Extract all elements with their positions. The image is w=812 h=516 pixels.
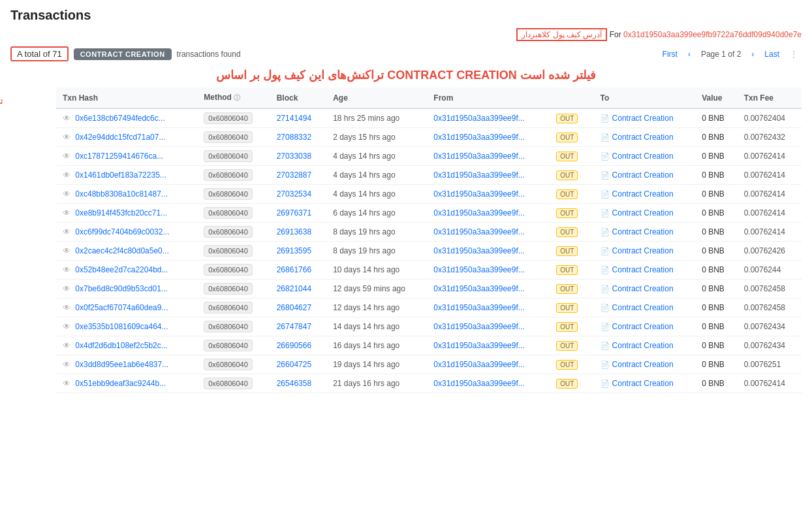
block-link[interactable]: 27088332 (277, 133, 311, 142)
from-address-link[interactable]: 0x31d1950a3aa399ee9f... (433, 208, 524, 218)
total-box: A total of 71 (10, 46, 69, 61)
txn-hash-link[interactable]: 0xc17871259414676ca... (75, 152, 163, 161)
from-address-link[interactable]: 0x31d1950a3aa399ee9f... (433, 170, 524, 180)
contract-icon: 📄 (601, 209, 610, 218)
pagination-last[interactable]: Last (760, 48, 783, 60)
to-contract-link[interactable]: Contract Creation (612, 379, 674, 388)
to-contract-link[interactable]: Contract Creation (612, 133, 674, 142)
from-address-link[interactable]: 0x31d1950a3aa399ee9f... (433, 265, 524, 274)
block-link[interactable]: 26690566 (277, 341, 311, 350)
method-cell: 0x60806040 (197, 242, 270, 261)
method-badge: 0x60806040 (204, 302, 253, 314)
from-address-link[interactable]: 0x31d1950a3aa399ee9f... (433, 189, 524, 199)
from-address-link[interactable]: 0x31d1950a3aa399ee9f... (433, 152, 524, 161)
eye-icon[interactable]: 👁 (63, 341, 70, 350)
block-link[interactable]: 26804627 (277, 303, 311, 312)
eye-icon[interactable]: 👁 (63, 303, 70, 312)
eye-icon[interactable]: 👁 (63, 189, 70, 199)
value-cell: 0 BNB (695, 298, 737, 317)
eye-icon[interactable]: 👁 (63, 246, 70, 255)
direction-cell: OUT (550, 204, 593, 223)
to-contract-link[interactable]: Contract Creation (612, 227, 674, 236)
txn-hash-link[interactable]: 0xc6f99dc7404b69c0032... (75, 227, 169, 236)
block-cell: 26861766 (270, 261, 327, 280)
from-address-link[interactable]: 0x31d1950a3aa399ee9f... (433, 379, 524, 388)
eye-icon[interactable]: 👁 (63, 360, 70, 369)
address-link[interactable]: 0x31d1950a3aa399ee9fb9722a76ddf09d940d0e… (623, 30, 802, 39)
to-contract-link[interactable]: Contract Creation (612, 360, 674, 369)
block-link[interactable]: 27141494 (277, 114, 311, 123)
txn-hash-link[interactable]: 0x42e94ddc15fcd71a07... (75, 133, 165, 142)
eye-icon[interactable]: 👁 (63, 322, 70, 331)
method-cell: 0x60806040 (197, 223, 270, 242)
eye-icon[interactable]: 👁 (63, 379, 70, 388)
eye-icon[interactable]: 👁 (63, 133, 70, 142)
from-address-link[interactable]: 0x31d1950a3aa399ee9f... (433, 360, 524, 369)
method-info-icon[interactable]: ⓘ (234, 94, 240, 101)
txn-hash-link[interactable]: 0x4df2d6db108ef2c5b2c... (75, 341, 167, 350)
txn-hash-link[interactable]: 0x52b48ee2d7ca2204bd... (75, 265, 168, 274)
to-contract-link[interactable]: Contract Creation (612, 246, 674, 255)
eye-icon[interactable]: 👁 (63, 208, 70, 218)
txn-hash-link[interactable]: 0x0f25acf67074a60dea9... (75, 303, 168, 312)
block-link[interactable]: 26976371 (277, 208, 311, 218)
pagination-options-icon[interactable]: ⋮ (786, 48, 802, 60)
block-link[interactable]: 26546358 (277, 379, 311, 388)
eye-icon[interactable]: 👁 (63, 284, 70, 293)
from-cell: 0x31d1950a3aa399ee9f... (427, 242, 550, 261)
eye-icon[interactable]: 👁 (63, 170, 70, 180)
method-cell: 0x60806040 (197, 355, 270, 374)
block-link[interactable]: 26604725 (277, 360, 311, 369)
direction-cell: OUT (550, 261, 593, 280)
to-contract-link[interactable]: Contract Creation (612, 322, 674, 331)
eye-icon[interactable]: 👁 (63, 114, 70, 123)
block-link[interactable]: 26861766 (277, 265, 311, 274)
value-cell: 0 BNB (695, 317, 737, 336)
out-badge: OUT (556, 133, 578, 142)
pagination-prev[interactable]: ‹ (684, 48, 695, 60)
txn-hash-cell: 👁 0x3dd8d95ee1ab6e4837... (56, 355, 197, 374)
eye-icon[interactable]: 👁 (63, 152, 70, 161)
txn-hash-link[interactable]: 0x2caec4c2f4c80d0a5e0... (75, 246, 168, 255)
from-address-link[interactable]: 0x31d1950a3aa399ee9f... (433, 284, 524, 293)
txn-hash-link[interactable]: 0x51ebb9deaf3ac9244b... (75, 379, 166, 388)
to-contract-link[interactable]: Contract Creation (612, 170, 674, 180)
pagination-first[interactable]: First (659, 48, 681, 60)
to-contract-link[interactable]: Contract Creation (612, 114, 674, 123)
col-to: To (594, 88, 696, 108)
from-address-link[interactable]: 0x31d1950a3aa399ee9f... (433, 303, 524, 312)
to-contract-link[interactable]: Contract Creation (612, 265, 674, 274)
filter-badge[interactable]: CONTRACT CREATION (74, 48, 172, 60)
from-address-link[interactable]: 0x31d1950a3aa399ee9f... (433, 227, 524, 236)
block-link[interactable]: 27032887 (277, 170, 311, 180)
from-address-link[interactable]: 0x31d1950a3aa399ee9f... (433, 114, 524, 123)
eye-icon[interactable]: 👁 (63, 265, 70, 274)
block-link[interactable]: 26747847 (277, 322, 311, 331)
block-link[interactable]: 26913595 (277, 246, 311, 255)
block-link[interactable]: 27033038 (277, 152, 311, 161)
to-contract-link[interactable]: Contract Creation (612, 152, 674, 161)
txn-hash-link[interactable]: 0x3dd8d95ee1ab6e4837... (75, 360, 168, 369)
eye-icon[interactable]: 👁 (63, 227, 70, 236)
to-contract-link[interactable]: Contract Creation (612, 208, 674, 218)
block-cell: 27032534 (270, 185, 327, 204)
to-contract-link[interactable]: Contract Creation (612, 189, 674, 199)
txn-hash-link[interactable]: 0xe8b914f453fcb20cc71... (75, 208, 167, 218)
from-address-link[interactable]: 0x31d1950a3aa399ee9f... (433, 341, 524, 350)
txn-hash-link[interactable]: 0x1461db0ef183a72235... (75, 170, 166, 180)
pagination-next[interactable]: › (747, 48, 758, 60)
txn-hash-link[interactable]: 0xe3535b1081609ca464... (75, 322, 168, 331)
txn-hash-link[interactable]: 0x7be6d8c90d9b53cd01... (75, 284, 167, 293)
from-address-link[interactable]: 0x31d1950a3aa399ee9f... (433, 133, 524, 142)
contract-icon: 📄 (601, 247, 610, 255)
block-link[interactable]: 27032534 (277, 189, 311, 199)
block-link[interactable]: 26913638 (277, 227, 311, 236)
to-contract-link[interactable]: Contract Creation (612, 341, 674, 350)
from-address-link[interactable]: 0x31d1950a3aa399ee9f... (433, 246, 524, 255)
block-link[interactable]: 26821044 (277, 284, 311, 293)
txn-hash-link[interactable]: 0xc48bb8308a10c81487... (75, 189, 167, 199)
from-address-link[interactable]: 0x31d1950a3aa399ee9f... (433, 322, 524, 331)
txn-hash-link[interactable]: 0x6e138cb67494fedc6c... (75, 114, 164, 123)
to-contract-link[interactable]: Contract Creation (612, 303, 674, 312)
to-contract-link[interactable]: Contract Creation (612, 284, 674, 293)
